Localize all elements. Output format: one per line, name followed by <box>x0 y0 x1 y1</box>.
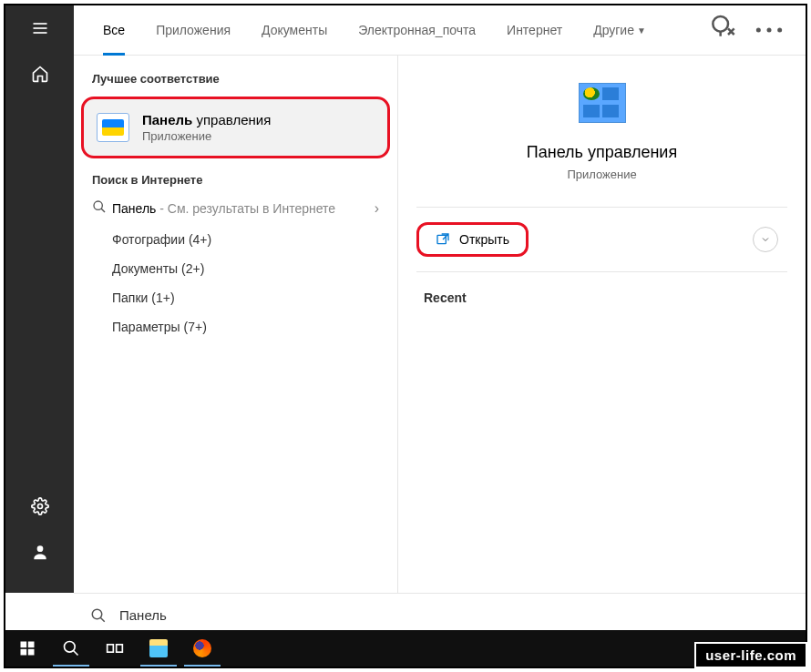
taskbar-search-button[interactable] <box>49 630 93 667</box>
svg-point-9 <box>94 201 102 209</box>
tab-label: Интернет <box>507 23 562 37</box>
open-icon <box>436 232 450 247</box>
expand-button[interactable] <box>753 227 778 252</box>
svg-rect-21 <box>117 645 123 652</box>
result-documents[interactable]: Документы (2+) <box>74 254 397 283</box>
search-input[interactable] <box>119 607 789 623</box>
taskbar <box>5 630 806 667</box>
task-view-button[interactable] <box>93 630 137 667</box>
tab-label: Электронная_почта <box>358 23 476 37</box>
result-photos[interactable]: Фотографии (4+) <box>74 225 397 254</box>
windows-icon <box>18 639 36 657</box>
svg-point-7 <box>767 28 772 33</box>
results-list: Лучшее соответствие Панель управления Пр… <box>74 56 397 593</box>
feedback-button[interactable] <box>705 12 742 48</box>
divider <box>416 271 787 272</box>
search-icon <box>62 639 80 657</box>
tab-label: Другие <box>593 23 634 37</box>
search-icon <box>92 199 112 218</box>
more-options-button[interactable] <box>751 12 787 48</box>
tab-internet[interactable]: Интернет <box>496 5 573 56</box>
start-button[interactable] <box>5 630 49 667</box>
best-match-title: Панель управления <box>142 112 271 127</box>
home-button[interactable] <box>5 51 74 97</box>
svg-rect-17 <box>28 649 35 656</box>
preview-title: Панель управления <box>527 143 677 162</box>
svg-point-3 <box>37 504 42 509</box>
file-explorer-button[interactable] <box>137 630 180 667</box>
svg-rect-14 <box>21 642 27 648</box>
tab-email[interactable]: Электронная_почта <box>347 5 487 56</box>
ellipsis-icon <box>751 12 787 48</box>
file-explorer-icon <box>149 639 168 657</box>
home-icon <box>31 65 49 83</box>
search-panel: Все Приложения Документы Электронная_поч… <box>74 5 806 593</box>
best-match-item[interactable]: Панель управления Приложение <box>81 97 390 158</box>
watermark: user-life.com <box>694 642 807 668</box>
result-settings[interactable]: Параметры (7+) <box>74 312 397 341</box>
tab-apps[interactable]: Приложения <box>145 5 241 56</box>
tab-label: Приложения <box>156 23 231 37</box>
best-match-subtitle: Приложение <box>142 129 271 143</box>
svg-rect-15 <box>28 642 35 648</box>
svg-point-18 <box>65 642 76 653</box>
svg-line-10 <box>101 209 105 212</box>
control-panel-large-icon <box>579 83 626 123</box>
tab-label: Документы <box>262 23 327 37</box>
result-folders[interactable]: Папки (1+) <box>74 283 397 312</box>
chevron-down-icon <box>760 234 771 245</box>
control-panel-icon <box>97 113 129 142</box>
best-match-header: Лучшее соответствие <box>74 66 397 91</box>
menu-button[interactable] <box>5 5 74 51</box>
chevron-right-icon: › <box>375 200 379 217</box>
svg-point-8 <box>777 28 782 33</box>
firefox-button[interactable] <box>180 630 224 667</box>
tab-label: Все <box>103 23 125 37</box>
svg-rect-11 <box>437 235 446 243</box>
svg-point-5 <box>713 16 728 32</box>
divider <box>416 207 787 208</box>
person-icon <box>31 543 49 561</box>
filter-tabs: Все Приложения Документы Электронная_поч… <box>74 5 806 56</box>
start-sidebar <box>5 5 74 593</box>
settings-button[interactable] <box>5 484 74 529</box>
open-label: Открыть <box>459 232 509 247</box>
web-search-text: Панель - См. результаты в Интернете <box>112 201 375 216</box>
svg-rect-16 <box>21 649 27 656</box>
hamburger-icon <box>31 19 49 37</box>
chevron-down-icon: ▼ <box>637 25 646 36</box>
gear-icon <box>31 497 49 515</box>
task-view-icon <box>106 639 124 657</box>
web-search-item[interactable]: Панель - См. результаты в Интернете › <box>74 192 397 225</box>
firefox-icon <box>193 639 211 657</box>
open-button[interactable]: Открыть <box>416 222 529 257</box>
tab-more[interactable]: Другие▼ <box>582 5 657 56</box>
svg-point-12 <box>92 609 102 619</box>
svg-line-19 <box>74 651 78 656</box>
recent-header: Recent <box>398 280 806 316</box>
account-button[interactable] <box>5 529 74 575</box>
feedback-icon <box>705 12 742 48</box>
svg-line-13 <box>100 617 105 622</box>
svg-rect-20 <box>108 645 114 652</box>
svg-point-6 <box>756 28 761 33</box>
preview-panel: Панель управления Приложение Открыть Rec… <box>397 56 806 593</box>
tab-documents[interactable]: Документы <box>251 5 338 56</box>
web-search-header: Поиск в Интернете <box>74 168 397 192</box>
svg-point-4 <box>36 545 43 552</box>
tab-all[interactable]: Все <box>92 5 136 56</box>
preview-subtitle: Приложение <box>567 168 636 181</box>
search-icon <box>90 607 107 624</box>
